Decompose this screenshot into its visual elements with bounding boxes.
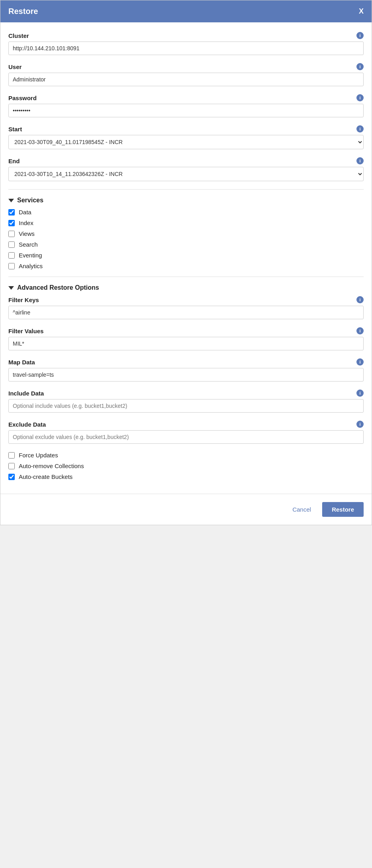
service-checkbox-label: Index [19,219,33,226]
map-data-label: Map Data [8,359,35,366]
start-info-icon[interactable]: i [356,125,364,132]
advanced-checkboxes: Force UpdatesAuto-remove CollectionsAuto… [8,452,364,480]
restore-dialog: Restore X Cluster i User i Password i [0,0,372,525]
dialog-footer: Cancel Restore [0,494,372,525]
start-label: Start [8,126,22,132]
list-item: Analytics [8,263,364,269]
list-item: Auto-create Buckets [8,473,364,480]
map-data-info-icon[interactable]: i [356,358,364,366]
services-section-label: Services [17,197,43,204]
service-checkbox-label: Eventing [19,252,42,259]
service-checkbox-label: Views [19,230,35,237]
include-data-label-row: Include Data i [8,390,364,397]
service-checkbox-label: Analytics [19,263,43,269]
end-select[interactable]: 2021-03-30T10_14_11.203642326Z - INCR [8,167,364,181]
exclude-data-label-row: Exclude Data i [8,421,364,428]
advanced-checkbox[interactable] [8,474,15,480]
divider-1 [8,189,364,190]
advanced-section-label: Advanced Restore Options [17,284,99,291]
service-checkbox[interactable] [8,209,15,216]
advanced-checkbox-label: Auto-remove Collections [19,463,84,469]
map-data-label-row: Map Data i [8,358,364,366]
end-info-icon[interactable]: i [356,157,364,164]
filter-values-input[interactable] [8,337,364,350]
user-field-group: User i [8,63,364,86]
map-data-input[interactable] [8,368,364,382]
advanced-checkbox-label: Auto-create Buckets [19,473,73,480]
map-data-field-group: Map Data i [8,358,364,382]
list-item: Index [8,219,364,226]
user-label: User [8,63,22,70]
list-item: Data [8,209,364,216]
filter-values-label: Filter Values [8,328,43,334]
start-select[interactable]: 2021-03-30T09_40_11.017198545Z - INCR [8,135,364,149]
service-checkbox[interactable] [8,241,15,248]
advanced-checkbox-label: Force Updates [19,452,58,459]
service-checkbox[interactable] [8,220,15,226]
filter-keys-input[interactable] [8,306,364,319]
services-checkboxes: DataIndexViewsSearchEventingAnalytics [8,209,364,269]
advanced-section-header: Advanced Restore Options [8,284,364,291]
filter-values-info-icon[interactable]: i [356,327,364,334]
service-checkbox[interactable] [8,263,15,269]
user-input[interactable] [8,73,364,86]
divider-2 [8,277,364,277]
include-data-label: Include Data [8,390,44,397]
password-label: Password [8,95,37,101]
end-field-group: End i 2021-03-30T10_14_11.203642326Z - I… [8,157,364,181]
cluster-label: Cluster [8,32,29,39]
restore-button[interactable]: Restore [322,502,364,517]
exclude-data-field-group: Exclude Data i [8,421,364,444]
cancel-button[interactable]: Cancel [286,502,317,517]
end-label-row: End i [8,157,364,164]
services-collapse-icon[interactable] [8,199,14,202]
list-item: Search [8,241,364,248]
exclude-data-input[interactable] [8,430,364,444]
close-button[interactable]: X [359,7,364,16]
filter-keys-field-group: Filter Keys i [8,296,364,319]
service-checkbox[interactable] [8,252,15,259]
cluster-input[interactable] [8,42,364,55]
exclude-data-info-icon[interactable]: i [356,421,364,428]
list-item: Views [8,230,364,237]
user-label-row: User i [8,63,364,70]
filter-keys-label: Filter Keys [8,297,39,303]
filter-values-label-row: Filter Values i [8,327,364,334]
include-data-field-group: Include Data i [8,390,364,413]
password-input[interactable] [8,104,364,117]
user-info-icon[interactable]: i [356,63,364,70]
filter-keys-label-row: Filter Keys i [8,296,364,303]
password-label-row: Password i [8,94,364,101]
list-item: Eventing [8,252,364,259]
service-checkbox-label: Search [19,241,38,248]
start-field-group: Start i 2021-03-30T09_40_11.017198545Z -… [8,125,364,149]
cluster-label-row: Cluster i [8,32,364,39]
list-item: Force Updates [8,452,364,459]
filter-keys-info-icon[interactable]: i [356,296,364,303]
include-data-input[interactable] [8,399,364,413]
service-checkbox-label: Data [19,209,31,216]
advanced-checkbox[interactable] [8,452,15,459]
cluster-field-group: Cluster i [8,32,364,55]
services-section-header: Services [8,197,364,204]
advanced-checkbox[interactable] [8,463,15,469]
start-label-row: Start i [8,125,364,132]
service-checkbox[interactable] [8,231,15,237]
advanced-collapse-icon[interactable] [8,286,14,290]
filter-values-field-group: Filter Values i [8,327,364,350]
dialog-body: Cluster i User i Password i Start [0,22,372,494]
exclude-data-label: Exclude Data [8,421,46,428]
dialog-title: Restore [8,7,38,16]
cluster-info-icon[interactable]: i [356,32,364,39]
dialog-header: Restore X [0,0,372,22]
password-info-icon[interactable]: i [356,94,364,101]
include-data-info-icon[interactable]: i [356,390,364,397]
list-item: Auto-remove Collections [8,463,364,469]
end-label: End [8,158,20,164]
password-field-group: Password i [8,94,364,117]
